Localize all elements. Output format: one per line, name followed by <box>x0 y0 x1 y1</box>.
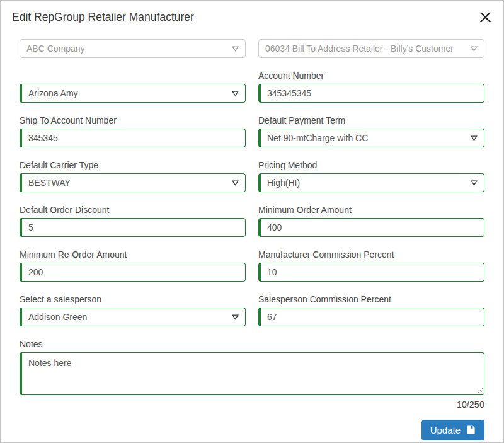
minimum-reorder-amount-label: Minimum Re-Order Amount <box>20 250 246 260</box>
minimum-order-amount-input[interactable] <box>258 218 484 237</box>
chevron-down-icon <box>232 314 239 320</box>
manufacturer-commission-percent-input[interactable] <box>258 263 484 282</box>
edit-repgroup-dialog: Edit RepGroup Retailer Manufacturer ABC … <box>0 0 504 443</box>
close-button[interactable] <box>478 9 493 25</box>
notes-char-counter: 10/250 <box>20 400 484 410</box>
salesperson-select[interactable]: Addison Green <box>20 308 246 326</box>
notes-textarea[interactable]: Notes here <box>20 352 484 395</box>
chevron-down-icon <box>471 46 478 52</box>
chevron-down-icon <box>471 180 478 186</box>
retailer-select-value: 06034 Bill To Address Retailer - Billy's… <box>265 43 454 54</box>
account-number-label: Account Number <box>258 71 484 81</box>
notes-label: Notes <box>20 339 484 350</box>
default-payment-term-select[interactable]: Net 90-mtCharge with CC <box>258 129 484 147</box>
default-carrier-type-value: BESTWAY <box>28 178 71 188</box>
chevron-down-icon <box>232 46 239 52</box>
salesperson-commission-percent-input[interactable] <box>258 308 484 326</box>
default-payment-term-label: Default Payment Term <box>258 115 484 126</box>
chevron-down-icon <box>471 135 478 141</box>
pricing-method-label: Pricing Method <box>258 160 484 171</box>
minimum-order-amount-label: Minimum Order Amount <box>258 205 484 216</box>
default-order-discount-label: Default Order Discount <box>20 205 246 216</box>
rep-select[interactable]: Arizona Amy <box>20 84 246 103</box>
dialog-title: Edit RepGroup Retailer Manufacturer <box>12 9 194 25</box>
chevron-down-icon <box>232 91 239 96</box>
pricing-method-value: High(HI) <box>267 178 300 188</box>
dialog-body: ABC Company 06034 Bill To Address Retail… <box>1 25 503 410</box>
account-number-input[interactable] <box>258 84 484 103</box>
update-button[interactable]: Update <box>421 420 484 440</box>
dialog-header: Edit RepGroup Retailer Manufacturer <box>1 1 503 25</box>
save-icon <box>466 425 476 436</box>
company-select-value: ABC Company <box>26 43 85 54</box>
close-icon <box>479 16 491 25</box>
salesperson-commission-percent-label: Salesperson Commission Percent <box>258 294 484 305</box>
retailer-select: 06034 Bill To Address Retailer - Billy's… <box>258 39 484 58</box>
ship-to-account-number-input[interactable] <box>20 129 246 147</box>
rep-select-value: Arizona Amy <box>28 88 78 98</box>
update-button-label: Update <box>430 425 461 435</box>
default-order-discount-input[interactable] <box>20 218 246 237</box>
default-carrier-type-select[interactable]: BESTWAY <box>20 173 246 192</box>
dialog-footer: Update <box>1 410 503 440</box>
company-select: ABC Company <box>20 39 246 58</box>
ship-to-account-number-label: Ship To Account Number <box>20 115 246 126</box>
default-carrier-type-label: Default Carrier Type <box>20 160 246 171</box>
select-salesperson-label: Select a salesperson <box>20 294 246 305</box>
chevron-down-icon <box>232 180 239 186</box>
minimum-reorder-amount-input[interactable] <box>20 263 246 282</box>
manufacturer-commission-percent-label: Manufacturer Commission Percent <box>258 250 484 260</box>
salesperson-select-value: Addison Green <box>28 312 87 322</box>
default-payment-term-value: Net 90-mtCharge with CC <box>267 133 368 143</box>
pricing-method-select[interactable]: High(HI) <box>258 173 484 192</box>
